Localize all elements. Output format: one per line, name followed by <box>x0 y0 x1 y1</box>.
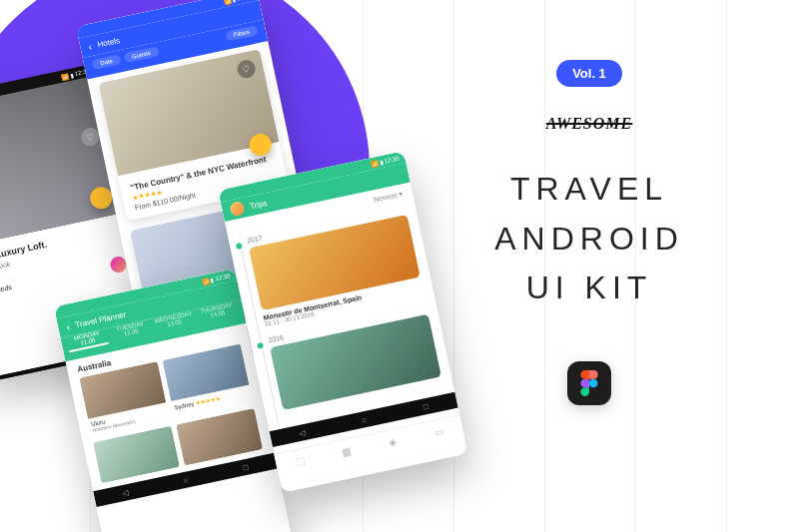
tile-stars: ★★★★★ <box>195 395 221 406</box>
title-line-2: ANDROID <box>494 215 684 265</box>
tile-title: Sydney <box>174 400 195 410</box>
chip-guests[interactable]: Guests <box>123 46 159 63</box>
kit-title: TRAVEL ANDROID UI KIT <box>494 165 684 313</box>
wifi-icon: 📶 <box>370 159 378 167</box>
nav-calendar-icon[interactable]: ▦ <box>342 445 353 458</box>
wifi-icon: 📶 <box>201 276 209 284</box>
title-line-1: TRAVEL <box>494 165 684 215</box>
nav-map-icon[interactable]: ◈ <box>388 435 398 447</box>
chip-filters[interactable]: Filters <box>225 25 259 42</box>
nav-home-icon[interactable]: ⬚ <box>295 455 306 468</box>
promo-panel: Vol. 1 AWESOME TRAVEL ANDROID UI KIT <box>439 60 739 405</box>
back-icon[interactable]: ‹ <box>65 320 71 331</box>
nav-home-icon[interactable]: ○ <box>361 414 368 424</box>
screen-title: Trips <box>249 198 268 210</box>
nav-folder-icon[interactable]: ▭ <box>433 425 444 438</box>
back-icon[interactable]: ‹ <box>87 40 93 51</box>
trips-timeline: 2017 Monestir de Montserrat, Spain 22.11… <box>229 202 454 431</box>
nav-recent-icon[interactable]: □ <box>243 462 250 472</box>
planner-tile[interactable]: Uluru Northern Mountains <box>79 361 170 436</box>
planner-tile[interactable]: Sydney ★★★★★ <box>162 343 253 418</box>
status-time: 12:30 <box>384 155 400 164</box>
nav-back-icon[interactable]: ◁ <box>122 488 130 498</box>
wifi-icon: 📶 <box>60 72 68 80</box>
volume-badge: Vol. 1 <box>556 60 622 87</box>
brand-word: AWESOME <box>546 115 632 133</box>
battery-icon: ▮ <box>232 0 236 3</box>
screen-title: Hotels <box>97 35 121 49</box>
nav-back-icon[interactable]: ◁ <box>299 427 307 437</box>
nav-recent-icon[interactable]: □ <box>422 401 429 411</box>
favorite-button[interactable]: ♡ <box>236 58 257 79</box>
chip-date[interactable]: Date <box>91 54 121 70</box>
status-time: 12:30 <box>215 272 231 281</box>
battery-icon: ▮ <box>379 158 383 165</box>
title-line-3: UI KIT <box>494 264 684 313</box>
battery-icon: ▮ <box>210 275 214 282</box>
nav-home-icon[interactable]: ○ <box>183 475 190 485</box>
avatar[interactable] <box>229 201 246 218</box>
nav-back-icon[interactable]: ◁ <box>13 375 21 382</box>
wifi-icon: 📶 <box>223 0 231 5</box>
trip-photo <box>270 314 441 410</box>
beds-label: 1 Beds <box>0 283 12 294</box>
figma-icon <box>567 361 611 405</box>
svg-point-0 <box>589 378 598 387</box>
battery-icon: ▮ <box>69 71 73 78</box>
